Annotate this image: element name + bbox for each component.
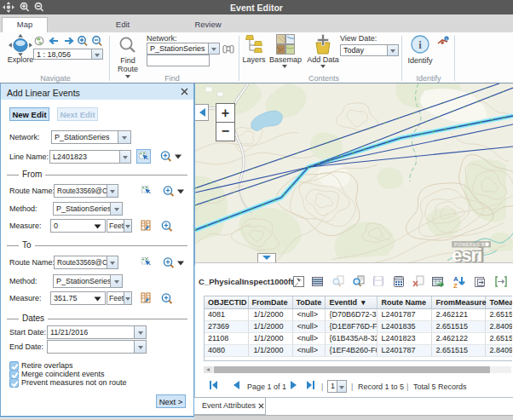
- svg-text:esri: esri: [452, 245, 481, 263]
- svg-text:Z: Z: [453, 282, 458, 289]
- svg-text:i: i: [418, 38, 422, 51]
